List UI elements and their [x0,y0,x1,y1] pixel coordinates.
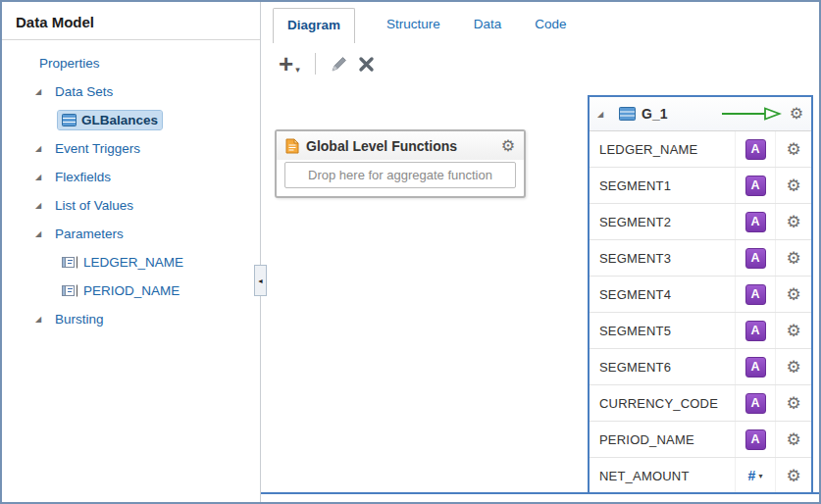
tree-item-period-name[interactable]: PERIOD_NAME [2,277,260,305]
tree-node-body[interactable]: Parameters [51,225,128,243]
field-row-currency_code: CURRENCY_CODEA⚙ [590,385,811,422]
field-actions-gear-icon[interactable]: ⚙ [775,422,811,457]
tree-item-label[interactable]: Event Triggers [55,141,140,156]
expand-toggle-icon[interactable]: ◢ [35,144,48,153]
right-panel: Diagram Structure Data Code + ▾ [261,2,819,502]
pencil-icon [331,55,348,73]
text-type-icon: A [735,385,775,421]
number-type-icon[interactable]: #▾ [735,458,775,493]
add-dataset-button[interactable]: + ▾ [279,54,300,75]
field-row-segment2: SEGMENT2A⚙ [590,204,811,240]
delete-button[interactable] [358,56,375,73]
tree-node-body[interactable]: Data Sets [51,82,117,101]
field-actions-gear-icon[interactable]: ⚙ [775,313,811,348]
tree-node-body[interactable]: LEDGER_NAME [58,253,187,272]
field-row-ledger_name: LEDGER_NAMEA⚙ [590,131,811,168]
tab-diagram[interactable]: Diagram [273,8,355,44]
field-name: SEGMENT5 [590,313,735,348]
panel-title: Data Model [2,2,260,40]
global-functions-gear-icon[interactable]: ⚙ [501,138,515,154]
tab-structure[interactable]: Structure [385,17,442,43]
expand-toggle-icon[interactable]: ◢ [35,173,48,181]
expand-toggle-icon[interactable]: ◢ [35,87,48,96]
field-row-segment3: SEGMENT3A⚙ [590,240,811,277]
field-name: SEGMENT6 [590,349,735,384]
field-actions-gear-icon[interactable]: ⚙ [775,131,811,167]
field-actions-gear-icon[interactable]: ⚙ [775,168,811,203]
g1-properties-gear-icon[interactable]: ⚙ [790,106,803,122]
text-type-icon: A [735,240,775,276]
tree-item-label[interactable]: GLBalances [81,113,158,127]
plus-icon: + [279,54,293,74]
collapse-toggle-icon[interactable]: ◢ [597,110,610,119]
field-actions-gear-icon[interactable]: ⚙ [775,240,811,276]
tree-item-glbalances[interactable]: GLBalances [2,106,260,134]
tree-item-parameters[interactable]: ◢Parameters [2,220,260,248]
annotation-arrow-icon [721,106,782,122]
tree-node-body[interactable]: Properties [35,54,104,73]
tree-item-label[interactable]: Parameters [55,227,124,241]
global-functions-title: Global Level Functions [306,138,457,154]
tab-code[interactable]: Code [533,17,568,43]
tree-node-body[interactable]: Flexfields [51,168,115,186]
tree-item-label[interactable]: LEDGER_NAME [83,255,183,270]
tree-item-label[interactable]: PERIOD_NAME [83,283,180,298]
field-actions-gear-icon[interactable]: ⚙ [775,349,811,384]
text-type-icon: A [735,349,775,384]
field-actions-gear-icon[interactable]: ⚙ [775,458,811,493]
field-actions-gear-icon[interactable]: ⚙ [775,277,811,312]
field-row-net_amount: NET_AMOUNT#▾⚙ [590,458,811,494]
tree-item-bursting[interactable]: ◢Bursting [2,305,260,333]
diagram-canvas: + ▾ [261,43,819,494]
tree-item-event-triggers[interactable]: ◢Event Triggers [2,134,260,163]
tree-item-flexfields[interactable]: ◢Flexfields [2,163,260,191]
tab-bar: Diagram Structure Data Code [261,2,819,44]
tab-data[interactable]: Data [472,17,504,43]
tree-item-list-of-values[interactable]: ◢List of Values [2,191,260,220]
field-name: SEGMENT2 [590,204,735,239]
tree-node-body[interactable]: PERIOD_NAME [58,281,183,300]
field-actions-gear-icon[interactable]: ⚙ [775,204,811,239]
dataset-icon [62,114,77,126]
field-actions-gear-icon[interactable]: ⚙ [775,385,811,421]
parameter-icon [62,256,78,269]
tree-item-label[interactable]: Flexfields [55,170,111,184]
expand-toggle-icon[interactable]: ◢ [35,229,48,238]
data-model-editor: Data Model Properties◢Data SetsGLBalance… [0,0,821,504]
edit-button[interactable] [331,55,348,73]
expand-toggle-icon[interactable]: ◢ [35,201,48,210]
parameter-icon [62,284,78,297]
text-type-icon: A [735,131,775,167]
field-name: SEGMENT1 [590,168,735,203]
global-functions-header[interactable]: Global Level Functions ⚙ [277,131,524,160]
tree-item-label[interactable]: Properties [39,56,100,71]
toolbar-separator [315,53,316,75]
global-aggregate-dropzone[interactable]: Drop here for aggregate function [284,162,516,188]
tree-item-data-sets[interactable]: ◢Data Sets [2,77,260,106]
document-icon [285,138,299,154]
field-name: SEGMENT3 [590,240,735,276]
tree-item-ledger-name[interactable]: LEDGER_NAME [2,248,260,277]
g1-title: G_1 [641,106,667,122]
tree-item-label[interactable]: Data Sets [55,84,113,99]
splitter-collapse-handle[interactable]: ◄ [254,265,267,296]
tree-node-body[interactable]: Event Triggers [51,139,144,158]
dataset-table-icon [619,107,636,121]
text-type-icon: A [735,277,775,312]
field-row-segment5: SEGMENT5A⚙ [590,313,811,349]
tree-node-body[interactable]: Bursting [51,310,108,328]
type-dropdown-caret-icon[interactable]: ▾ [758,472,762,480]
tree-item-label[interactable]: List of Values [55,198,133,213]
tree-node-body[interactable]: List of Values [51,196,137,215]
field-row-period_name: PERIOD_NAMEA⚙ [590,422,811,458]
dropdown-caret-icon: ▾ [295,65,300,75]
tree: Properties◢Data SetsGLBalances◢Event Tri… [2,40,260,333]
expand-toggle-icon[interactable]: ◢ [35,315,48,324]
field-row-segment4: SEGMENT4A⚙ [590,277,811,313]
tree-item-label[interactable]: Bursting [55,312,104,327]
tree-item-properties[interactable]: Properties [2,49,260,77]
text-type-icon: A [735,313,775,348]
tree-node-body[interactable]: GLBalances [58,111,162,129]
g1-header[interactable]: ◢ G_1 ⚙ [590,97,811,131]
collapse-arrow-icon: ◄ [257,277,264,284]
